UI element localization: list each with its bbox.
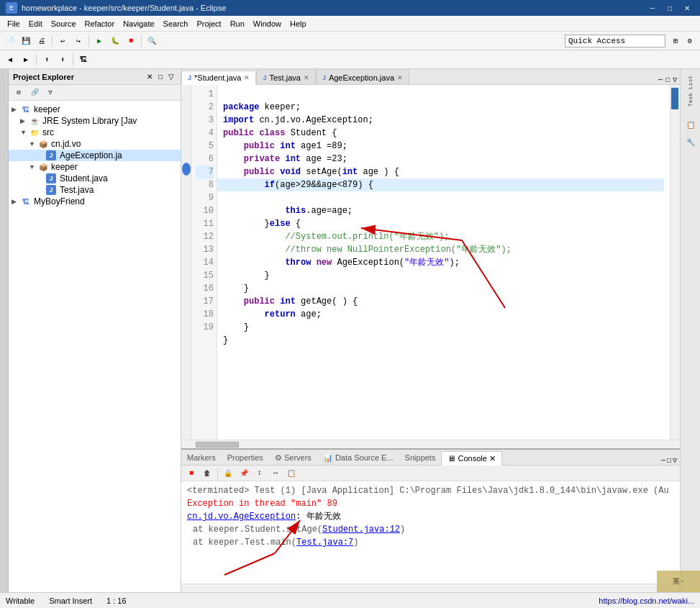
tree-label: MyBoyFriend	[34, 196, 85, 207]
tab-servers[interactable]: ⚙ Servers	[269, 450, 317, 465]
minimize-console-button[interactable]: ─	[661, 457, 665, 465]
tab-close-button[interactable]: ✕	[244, 74, 250, 81]
maximize-editor-button[interactable]: □	[665, 76, 670, 84]
sidebar-btn2[interactable]: 🔧	[683, 135, 699, 150]
window-controls[interactable]: ─ □ ✕	[645, 3, 694, 13]
folder-icon: 📁	[29, 127, 40, 137]
forward-button[interactable]: ▶	[19, 53, 33, 67]
redo-button[interactable]: ↪	[71, 34, 86, 48]
console-terminate-button[interactable]: ■	[184, 466, 199, 481]
minimize-editor-button[interactable]: ─	[658, 76, 663, 84]
outline-button[interactable]: Task List	[685, 72, 696, 110]
tab-snippets[interactable]: Snippets	[399, 450, 442, 465]
code-line-11: //throw new NullPointerException("年龄无效")…	[223, 245, 512, 255]
breakpoint-margin	[181, 85, 191, 440]
tab-console[interactable]: 🖥 Console ✕	[441, 451, 501, 466]
run-button[interactable]: ▶	[92, 34, 106, 48]
console-pin-button[interactable]: 📌	[237, 466, 251, 481]
stack-link-2[interactable]: Test.java:7	[296, 537, 353, 548]
tree-item-keeper[interactable]: ▶ 🏗 keeper	[9, 104, 181, 115]
menu-help[interactable]: Help	[286, 18, 311, 30]
view-menu-button[interactable]: ▽	[43, 86, 58, 100]
tree-item-jre[interactable]: ▶ ☕ JRE System Library [Jav	[9, 115, 181, 127]
perspective-button[interactable]: ⊞	[668, 34, 683, 48]
tree-item-ageexception[interactable]: J AgeException.ja	[9, 150, 181, 161]
tab-close-button[interactable]: ✕	[397, 74, 403, 81]
menu-run[interactable]: Run	[226, 18, 249, 30]
stack-link-1[interactable]: Student.java:12	[322, 525, 400, 535]
tab-properties[interactable]: Properties	[222, 450, 269, 465]
close-button[interactable]: ✕	[680, 3, 694, 13]
menu-file[interactable]: File	[3, 18, 24, 30]
panel-menu-button[interactable]: ▽	[166, 72, 176, 81]
code-line-1: package keeper;	[223, 102, 301, 112]
tree-arrow: ▶	[20, 117, 29, 124]
menu-refactor[interactable]: Refactor	[81, 18, 119, 30]
undo-button[interactable]: ↩	[55, 34, 70, 48]
tab-datasource[interactable]: 📊 Data Source E...	[317, 450, 399, 465]
console-btn3[interactable]: 📋	[284, 466, 299, 481]
console-exception-link[interactable]: cn.jd.vo.AgeException	[187, 512, 296, 522]
tree-item-keeper-pkg[interactable]: ▼ 📦 keeper	[9, 161, 181, 173]
quick-access-box[interactable]: Quick Access	[565, 35, 665, 47]
console-clear-button[interactable]: 🗑	[200, 466, 214, 481]
code-line-15: public int getAge( ) {	[223, 296, 358, 307]
menu-search[interactable]: Search	[159, 18, 193, 30]
print-button[interactable]: 🖨	[35, 34, 49, 48]
menu-window[interactable]: Window	[249, 18, 286, 30]
console-btn1[interactable]: ↕	[253, 466, 267, 481]
toolbar-btn-extra[interactable]: ⚙	[683, 34, 697, 48]
link-with-editor-button[interactable]: 🔗	[27, 86, 42, 100]
minimize-panel-button[interactable]: ✕	[145, 72, 155, 81]
tab-close-button[interactable]: ✕	[304, 74, 309, 81]
minimize-button[interactable]: ─	[645, 3, 660, 13]
line-numbers: 12345 678910 1112131415 16171819	[191, 85, 217, 440]
code-content[interactable]: package keeper; import cn.jd.vo.AgeExcep…	[217, 85, 670, 440]
save-button[interactable]: 💾	[19, 34, 33, 48]
down-button[interactable]: ⬇	[55, 53, 70, 67]
code-editor[interactable]: 12345 678910 1112131415 16171819 package…	[181, 85, 680, 440]
tree-arrow: ▶	[12, 106, 20, 113]
panel-title: Project Explorer	[13, 73, 145, 81]
jre-icon: ☕	[29, 116, 40, 126]
panel-header-buttons[interactable]: ✕ □ ▽	[145, 72, 176, 81]
maximize-console-button[interactable]: □	[667, 457, 671, 465]
hierarchy-button[interactable]: 🏗	[76, 53, 91, 67]
menu-project[interactable]: Project	[192, 18, 225, 30]
stop-button[interactable]: ■	[124, 34, 138, 48]
tree-item-student[interactable]: J Student.java	[9, 173, 181, 184]
up-button[interactable]: ⬆	[40, 53, 54, 67]
editor-menu-button[interactable]: ▽	[673, 76, 677, 84]
scrollbar-thumb	[671, 88, 678, 109]
code-line-10: //System.out.println("年龄无效");	[223, 232, 449, 242]
sidebar-btn1[interactable]: 📋	[683, 117, 699, 133]
editor-scrollbar[interactable]	[670, 85, 680, 440]
new-button[interactable]: 📄	[3, 34, 17, 48]
console-menu-button[interactable]: ▽	[673, 456, 677, 465]
tree-item-test[interactable]: J Test.java	[9, 184, 181, 196]
collapse-all-button[interactable]: ⊟	[12, 86, 26, 100]
menu-source[interactable]: Source	[47, 18, 81, 30]
tree-item-cn-jd-vo[interactable]: ▼ 📦 cn.jd.vo	[9, 138, 181, 150]
maximize-panel-button[interactable]: □	[156, 72, 165, 81]
tab-ageexception-java[interactable]: J AgeException.java ✕	[316, 70, 409, 84]
tree-label: Student.java	[60, 173, 108, 183]
editor-hscrollbar[interactable]	[181, 440, 680, 448]
tree-item-src[interactable]: ▼ 📁 src	[9, 127, 181, 138]
console-btn2[interactable]: ↔	[268, 466, 283, 481]
maximize-button[interactable]: □	[663, 3, 677, 13]
code-line-3: public class Student {	[223, 128, 337, 138]
back-button[interactable]: ◀	[3, 53, 17, 67]
console-hscrollbar[interactable]	[181, 584, 680, 592]
tab-student-java[interactable]: J *Student.java ✕	[181, 71, 256, 85]
search-button[interactable]: 🔍	[145, 34, 159, 48]
tab-icon: J	[322, 74, 326, 81]
menu-navigate[interactable]: Navigate	[119, 18, 158, 30]
tab-test-java[interactable]: J Test.java ✕	[256, 70, 315, 84]
debug-button[interactable]: 🐛	[108, 34, 122, 48]
code-line-19	[223, 348, 228, 358]
tab-markers[interactable]: Markers	[181, 450, 222, 465]
tree-item-myboyf[interactable]: ▶ 🏗 MyBoyFriend	[9, 196, 181, 207]
console-lock-button[interactable]: 🔒	[221, 466, 235, 481]
menu-edit[interactable]: Edit	[24, 18, 47, 30]
